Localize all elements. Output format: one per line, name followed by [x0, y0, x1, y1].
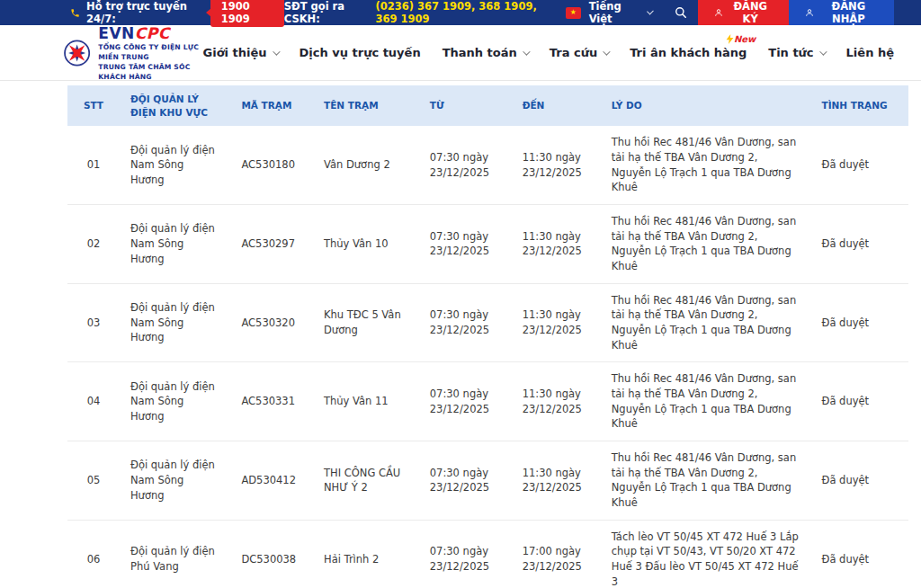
login-label: ĐĂNG NHẬP	[819, 0, 878, 25]
cell-reason: Thu hồi Rec 481/46 Vân Dương, san tải hạ…	[601, 283, 811, 362]
table-row: 01 Đội quản lý điện Nam Sông Hương AC530…	[67, 126, 908, 204]
table-row: 03 Đội quản lý điện Nam Sông Hương AC530…	[67, 283, 908, 362]
column-header: TÊN TRẠM	[313, 85, 419, 126]
language-selector[interactable]: Tiếng Việt	[589, 0, 639, 25]
cell-station-name: THI CÔNG CẦU NHƯ Ý 2	[313, 441, 419, 521]
cell-team: Đội quản lý điện Phú Vang	[120, 520, 230, 588]
user-icon	[714, 7, 723, 18]
nav-item[interactable]: Tin tức	[768, 46, 824, 59]
nav-item-label: Tra cứu	[550, 46, 597, 59]
cell-reason: Thu hồi Rec 481/46 Vân Dương, san tải hạ…	[601, 362, 811, 441]
cell-from: 07:30 ngày 23/12/2025	[419, 205, 512, 284]
cell-stt: 03	[67, 283, 120, 362]
nav-item-label: Tri ân khách hàng	[630, 46, 747, 59]
cell-reason: Thu hồi Rec 481/46 Vân Dương, san tải hạ…	[601, 441, 811, 521]
table-row: 02 Đội quản lý điện Nam Sông Hương AC530…	[67, 205, 908, 284]
cell-station-name: Thủy Vân 11	[313, 362, 419, 441]
nav-item[interactable]: Tri ân khách hàng New	[630, 46, 747, 59]
nav-item[interactable]: Giới thiệu	[203, 46, 278, 59]
cskh-numbers: (0236) 367 1909, 368 1909, 369 1909	[375, 0, 558, 25]
chevron-down-icon[interactable]	[647, 8, 654, 15]
column-header: LÝ DO	[601, 85, 811, 126]
cell-from: 07:30 ngày 23/12/2025	[419, 283, 512, 362]
cell-from: 07:30 ngày 23/12/2025	[419, 126, 512, 204]
vietnam-flag-icon: ★	[566, 7, 581, 19]
column-header: ĐỘI QUẢN LÝ ĐIỆN KHU VỰC	[120, 85, 230, 126]
table-row: 06 Đội quản lý điện Phú Vang DC530038 Hả…	[67, 520, 908, 588]
column-header: STT	[67, 85, 120, 126]
cskh-label: SĐT gọi ra CSKH:	[284, 0, 368, 25]
nav-item[interactable]: Liên hệ	[846, 46, 894, 59]
table-row: 04 Đội quản lý điện Nam Sông Hương AC530…	[67, 362, 908, 441]
cell-station-code: AC530320	[230, 283, 313, 362]
outage-schedule-section: STTĐỘI QUẢN LÝ ĐIỆN KHU VỰCMÃ TRẠMTÊN TR…	[0, 85, 921, 588]
support-label: Hỗ trợ trực tuyến 24/7:	[86, 0, 201, 25]
cell-team: Đội quản lý điện Nam Sông Hương	[120, 283, 230, 362]
cell-station-name: Khu TĐC 5 Vân Dương	[313, 283, 419, 362]
nav-item[interactable]: Thanh toán	[443, 46, 528, 59]
search-icon	[675, 6, 687, 19]
column-header: TỪ	[419, 85, 512, 126]
new-badge-label: New	[734, 34, 756, 44]
cell-team: Đội quản lý điện Nam Sông Hương	[120, 362, 230, 441]
search-button[interactable]	[664, 0, 698, 25]
cell-station-name: Vân Dương 2	[313, 126, 419, 204]
table-row: 05 Đội quản lý điện Nam Sông Hương AD530…	[67, 441, 908, 521]
nav-item-label: Thanh toán	[443, 46, 517, 59]
cell-reason: Thu hồi Rec 481/46 Vân Dương, san tải hạ…	[601, 205, 811, 284]
chevron-down-icon	[523, 48, 530, 55]
cell-status: Đã duyệt	[811, 283, 909, 362]
chevron-down-icon	[603, 48, 610, 55]
site-header: EVNCPC TỔNG CÔNG TY ĐIỆN LỰC MIỀN TRUNG …	[0, 25, 921, 81]
new-badge: New	[726, 34, 756, 44]
cell-station-code: AC530297	[230, 205, 313, 284]
cell-to: 17:00 ngày 23/12/2025	[512, 520, 601, 588]
column-header: TÌNH TRẠNG	[811, 85, 909, 126]
main-nav: Giới thiệu Dịch vụ trực tuyến Thanh toán…	[203, 46, 895, 59]
cell-station-code: DC530038	[230, 520, 313, 588]
cell-to: 11:30 ngày 23/12/2025	[512, 441, 601, 521]
cell-status: Đã duyệt	[811, 362, 909, 441]
table-header-row: STTĐỘI QUẢN LÝ ĐIỆN KHU VỰCMÃ TRẠMTÊN TR…	[67, 85, 908, 126]
evn-star-icon	[63, 32, 91, 74]
cell-station-code: AD530412	[230, 441, 313, 521]
nav-item-label: Giới thiệu	[203, 46, 267, 59]
hotline-badge[interactable]: 1900 1909	[210, 0, 284, 27]
brand-name: EVNCPC	[98, 24, 202, 42]
cell-reason: Thu hồi Rec 481/46 Vân Dương, san tải hạ…	[601, 126, 811, 204]
cell-reason: Tách lèo VT 50/45 XT 472 Huế 3 Lắp chụp …	[601, 520, 811, 588]
cell-stt: 05	[67, 441, 120, 521]
cell-status: Đã duyệt	[811, 441, 909, 521]
logo-subtitle-2: TRUNG TÂM CHĂM SÓC KHÁCH HÀNG	[98, 62, 202, 82]
cell-from: 07:30 ngày 23/12/2025	[419, 441, 512, 521]
cell-station-code: AC530180	[230, 126, 313, 204]
cell-to: 11:30 ngày 23/12/2025	[512, 283, 601, 362]
register-label: ĐĂNG KÝ	[729, 0, 773, 25]
cell-stt: 01	[67, 126, 120, 204]
cell-to: 11:30 ngày 23/12/2025	[512, 362, 601, 441]
nav-item-label: Tin tức	[768, 46, 813, 59]
login-button[interactable]: ĐĂNG NHẬP	[789, 0, 894, 25]
cell-from: 07:30 ngày 23/12/2025	[419, 520, 512, 588]
phone-icon	[70, 7, 80, 19]
cell-team: Đội quản lý điện Nam Sông Hương	[120, 441, 230, 521]
nav-item-label: Liên hệ	[846, 46, 894, 59]
nav-item[interactable]: Tra cứu	[550, 46, 608, 59]
cell-from: 07:30 ngày 23/12/2025	[419, 362, 512, 441]
evncpc-logo[interactable]: EVNCPC TỔNG CÔNG TY ĐIỆN LỰC MIỀN TRUNG …	[63, 24, 203, 82]
cell-to: 11:30 ngày 23/12/2025	[512, 126, 601, 204]
user-icon	[805, 7, 814, 18]
cell-station-name: Thủy Vân 10	[313, 205, 419, 284]
cell-status: Đã duyệt	[811, 126, 909, 204]
cell-team: Đội quản lý điện Nam Sông Hương	[120, 126, 230, 204]
cell-stt: 02	[67, 205, 120, 284]
cell-team: Đội quản lý điện Nam Sông Hương	[120, 205, 230, 284]
cell-stt: 06	[67, 520, 120, 588]
cell-station-code: AC530331	[230, 362, 313, 441]
register-button[interactable]: ĐĂNG KÝ	[698, 0, 789, 25]
cell-status: Đã duyệt	[811, 520, 909, 588]
cell-status: Đã duyệt	[811, 205, 909, 284]
chevron-down-icon	[273, 48, 280, 55]
lightning-icon	[726, 34, 734, 44]
nav-item[interactable]: Dịch vụ trực tuyến	[300, 46, 421, 59]
